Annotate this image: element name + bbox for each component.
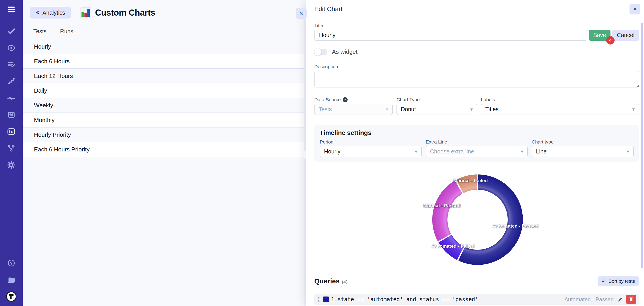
chart-type-value: Donut (401, 106, 416, 113)
sidebar-item-milestones[interactable] (5, 75, 18, 88)
hamburger-icon (6, 5, 16, 14)
query-color-swatch (323, 297, 329, 302)
chart-list: Hourly Each 6 Hours Each 12 Hours Daily … (23, 39, 306, 157)
back-chevrons-icon: « (36, 9, 40, 15)
query-row: 1.state == 'automated' and status == 'pa… (314, 294, 639, 305)
data-source-group: Data Source ? Tests ▾ (314, 97, 393, 115)
timeline-settings-heading: Timeline settings (320, 129, 634, 137)
sidebar-bottom: ? (5, 257, 18, 303)
period-select[interactable]: Hourly ▾ (320, 146, 422, 157)
charts-tabs: Tests Runs (23, 18, 306, 39)
drawer-scrollbar[interactable] (641, 23, 643, 269)
labels-label: Labels (481, 97, 495, 102)
as-widget-label: As widget (332, 48, 358, 55)
as-widget-toggle[interactable] (314, 49, 327, 55)
query-list: 1.state == 'automated' and status == 'pa… (314, 294, 639, 306)
help-button[interactable]: ? (5, 257, 18, 269)
slice-label: Automated - Failed (432, 243, 474, 249)
sidebar-item-insights[interactable] (5, 92, 18, 104)
queries-heading: Queries (314, 277, 340, 285)
labels-select[interactable]: Titles ▾ (481, 104, 639, 115)
import-icon (7, 110, 16, 119)
tab-runs[interactable]: Runs (60, 28, 73, 39)
slice-label: Automated - Passed (493, 223, 538, 229)
list-scrollbar[interactable] (304, 150, 306, 159)
title-row: Save 4 Cancel (314, 30, 639, 41)
donut-chart: Automated - Passed Automated - Failed Ma… (419, 166, 536, 273)
edit-pencil-icon[interactable] (617, 297, 623, 302)
drawer-title: Edit Chart (314, 5, 342, 13)
list-item-each-6-hours-priority[interactable]: Each 6 Hours Priority (23, 142, 306, 157)
query-series-label: Automated - Passed (564, 296, 614, 303)
drag-handle-icon[interactable] (318, 296, 321, 303)
close-icon: × (633, 5, 637, 13)
drawer-close-button[interactable]: × (630, 3, 640, 14)
fork-icon (7, 144, 16, 153)
drawer-body: Title Save 4 Cancel As widget Descriptio… (306, 18, 644, 306)
sidebar-item-analytics[interactable] (5, 125, 18, 138)
slice-label: Manual - Passed (424, 203, 461, 208)
description-group: Description (314, 64, 639, 88)
help-circle-icon: ? (7, 259, 16, 268)
data-source-help-icon[interactable]: ? (342, 97, 348, 102)
data-source-label: Data Source (314, 97, 341, 102)
list-item-weekly[interactable]: Weekly (23, 98, 306, 113)
projects-button[interactable] (5, 274, 18, 286)
charts-panel: « Analytics Custom Charts Tests Runs Hou… (23, 0, 306, 306)
tab-tests[interactable]: Tests (33, 28, 46, 39)
timeline-chart-type-value: Line (536, 148, 547, 155)
cancel-button[interactable]: Cancel (612, 30, 639, 41)
sidebar-item-runs[interactable] (5, 42, 18, 54)
sort-button-label: Sort by tests (608, 279, 635, 284)
list-item-each-6-hours[interactable]: Each 6 Hours (23, 54, 306, 69)
as-widget-row: As widget (314, 48, 639, 55)
analytics-back-button[interactable]: « Analytics (30, 7, 71, 18)
query-code: 1.state == 'automated' and status == 'pa… (331, 296, 478, 303)
sidebar-item-branches[interactable] (5, 142, 18, 154)
list-item-daily[interactable]: Daily (23, 83, 306, 98)
logo-icon (6, 291, 17, 302)
folder-icon (6, 275, 16, 284)
app-logo[interactable] (5, 290, 18, 303)
charts-panel-header: « Analytics Custom Charts (23, 0, 306, 18)
period-label: Period (320, 139, 334, 145)
chart-type-group: Chart Type Donut ▾ (396, 97, 477, 115)
chart-type-select[interactable]: Donut ▾ (396, 104, 477, 115)
drawer-collapse-button[interactable]: × (296, 8, 306, 19)
labels-group: Labels Titles ▾ (481, 97, 639, 115)
sidebar-item-import[interactable] (5, 109, 18, 121)
sidebar-item-plans[interactable] (5, 58, 18, 71)
list-item-hourly-priority[interactable]: Hourly Priority (23, 128, 306, 142)
list-item-hourly[interactable]: Hourly (23, 39, 306, 54)
extra-line-label: Extra Line (426, 139, 447, 145)
description-label: Description (314, 64, 639, 69)
sidebar-nav (5, 25, 18, 171)
app-screen: ? « Analytics Custom Charts Tests Runs H… (0, 0, 644, 306)
check-icon (7, 27, 16, 36)
period-group: Period Hourly ▾ (320, 139, 422, 157)
extra-line-select[interactable]: Choose extra line ▾ (426, 146, 528, 157)
list-item-each-12-hours[interactable]: Each 12 Hours (23, 69, 306, 83)
data-source-select[interactable]: Tests ▾ (314, 104, 393, 115)
title-field-label: Title (314, 23, 639, 28)
cancel-button-label: Cancel (617, 32, 634, 38)
steps-icon (7, 77, 16, 86)
chart-emoji-icon (80, 7, 92, 18)
chart-type-label: Chart Type (396, 97, 420, 102)
description-textarea[interactable] (314, 71, 639, 87)
chevron-down-icon: ▾ (521, 149, 523, 154)
queries-count: (4) (342, 279, 347, 285)
sidebar-item-tests[interactable] (5, 25, 18, 37)
save-button[interactable]: Save 4 (589, 30, 610, 41)
list-item-monthly[interactable]: Monthly (23, 113, 306, 128)
sidebar-item-settings[interactable] (5, 159, 18, 171)
menu-button[interactable] (5, 3, 18, 16)
delete-query-button[interactable] (626, 295, 636, 304)
title-input[interactable] (314, 30, 587, 41)
data-source-label-row: Data Source ? (314, 97, 393, 102)
sort-by-tests-button[interactable]: Sort by tests (598, 276, 639, 286)
timeline-chart-type-select[interactable]: Line ▾ (532, 146, 634, 157)
timeline-chart-type-label: Chart type (532, 139, 554, 145)
trash-icon (628, 297, 634, 302)
chevron-down-icon: ▾ (627, 149, 629, 154)
